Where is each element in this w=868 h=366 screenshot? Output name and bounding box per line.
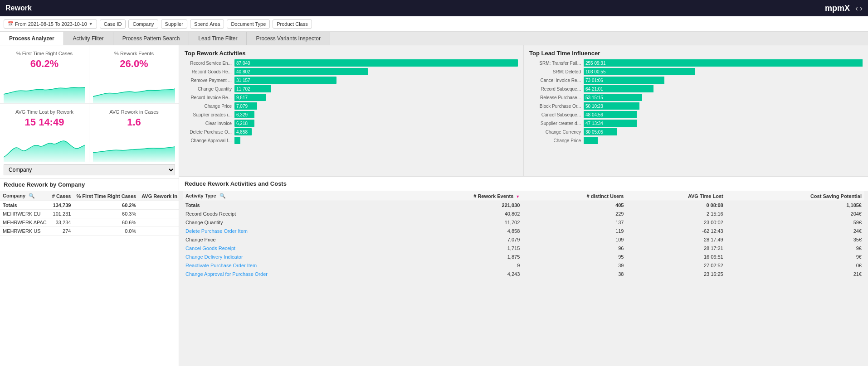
spend-area-filter[interactable]: Spend Area — [190, 19, 224, 29]
activities-totals-row: Totals 221,030 405 0 08:08 1,105€ — [183, 201, 864, 210]
bar-value: 40,802 — [234, 69, 250, 74]
kpi-re-title: % Rework Events — [93, 51, 175, 56]
ftr-sparkline — [4, 72, 85, 103]
document-type-filter[interactable]: Document Type — [227, 19, 270, 29]
kpi-arc-chart — [93, 130, 175, 162]
re-sparkline — [93, 72, 175, 103]
case-id-filter[interactable]: Case ID — [100, 19, 126, 29]
rework-company-title: Reduce Rework by Company — [0, 178, 179, 191]
act-avg-time: 16 06:51 — [626, 253, 726, 261]
bar-container: 11,702 — [234, 85, 518, 92]
company-label: Company — [132, 21, 154, 27]
act-totals-0: Totals — [183, 201, 396, 210]
rework-bar-row: Clear Invoice 6,218 — [185, 120, 518, 127]
act-totals-3: 0 08:08 — [626, 201, 726, 210]
bar-fill: 6,218 — [234, 120, 254, 127]
act-cost-saving: 21€ — [726, 270, 864, 279]
bar-container — [234, 137, 518, 144]
kpi-atl-title: AVG Time Lost by Rework — [4, 109, 85, 115]
lt-value: 47 13:34 — [584, 121, 605, 126]
bar-label: Record Goods Re... — [185, 69, 234, 74]
bar-label: Change Price — [185, 104, 234, 109]
calendar-icon: 📅 — [8, 21, 13, 26]
rework-company-table-section: Reduce Rework by Company Company 🔍 # Cas… — [0, 178, 179, 366]
act-name: Change Delivery Indicator — [183, 253, 396, 261]
date-range-filter[interactable]: 📅 From 2021-08-15 To 2023-10-10 ▼ — [4, 19, 97, 29]
company-search-icon[interactable]: 🔍 — [29, 193, 35, 198]
tab-process-variants-inspector[interactable]: Process Variants Inspector — [247, 32, 330, 45]
arc-sparkline — [93, 130, 175, 162]
product-class-filter[interactable]: Product Class — [273, 19, 312, 29]
lt-bar-container: 64 21:01 — [584, 85, 863, 92]
top-lead-time-title: Top Lead Time Influencer — [529, 50, 863, 57]
rework-bar-row: Change Approval f... — [185, 137, 518, 144]
supplier-filter[interactable]: Supplier — [161, 19, 187, 29]
nav-prev[interactable]: ‹ — [855, 4, 858, 13]
kpi-arc-value: 1.6 — [93, 116, 175, 128]
company-select[interactable]: Company Supplier Spend Area — [4, 164, 175, 175]
rework-company-table: Company 🔍 # Cases % First Time Right Cas… — [0, 191, 179, 236]
right-panels: Top Rework Activities Record Service En.… — [179, 45, 868, 366]
bar-fill: 87,040 — [234, 59, 518, 67]
act-distinct-users: 39 — [522, 261, 626, 270]
act-name: Change Quantity — [183, 218, 396, 227]
bar-container: 7,079 — [234, 102, 518, 110]
rework-bar-row: Record Goods Re... 40,802 — [185, 68, 518, 75]
act-totals-4: 1,105€ — [726, 201, 864, 210]
bar-value: 6,218 — [234, 121, 248, 126]
act-cost-saving: 9€ — [726, 244, 864, 253]
spend-area-label: Spend Area — [194, 21, 220, 27]
act-rework-events: 40,802 — [396, 210, 522, 218]
act-avg-time: 23 00:02 — [626, 218, 726, 227]
nav-next[interactable]: › — [860, 4, 863, 13]
bar-value: 87,040 — [234, 61, 250, 66]
bar-label: Delete Purchase O... — [185, 130, 234, 135]
bar-fill — [234, 137, 240, 144]
lead-time-bar-row: Cancel Subseque... 48 04:56 — [529, 111, 863, 118]
lead-time-bar-row: Change Price — [529, 137, 863, 144]
tab-process-analyzer[interactable]: Process Analyzer — [0, 32, 64, 45]
tab-activity-filter[interactable]: Activity Filter — [64, 32, 113, 45]
rework-bar-row: Supplier creates i... 6,329 — [185, 111, 518, 118]
rework-bar-row: Change Price 7,079 — [185, 102, 518, 110]
lt-value: 64 21:01 — [584, 87, 605, 92]
lt-bar-label: Change Price — [529, 138, 584, 143]
totals-row: Totals 134,739 60.2% 1.6 15 14:49 — [0, 201, 179, 210]
act-name: Cancel Goods Receipt — [183, 244, 396, 253]
kpi-re-chart — [93, 72, 175, 103]
lt-value: 30 05:05 — [584, 130, 605, 135]
col-distinct-users: # distinct Users — [522, 191, 626, 201]
activity-search-icon[interactable]: 🔍 — [219, 193, 226, 198]
lt-bar-container: 53 15:15 — [584, 94, 863, 101]
kpi-atl-value: 15 14:49 — [4, 116, 85, 128]
row-company-1: MEHRWERK APAC — [0, 218, 49, 227]
lead-time-bar-row: Record Subseque... 64 21:01 — [529, 85, 863, 92]
bar-label: Record Service En... — [185, 61, 234, 66]
bar-container: 6,329 — [234, 111, 518, 118]
rework-bar-row: Record Invoice Re... 9,817 — [185, 94, 518, 101]
totals-company: Totals — [0, 201, 49, 210]
act-rework-events: 7,079 — [396, 236, 522, 244]
rework-bar-row: Change Quantity 11,702 — [185, 85, 518, 92]
top-rework-title: Top Rework Activities — [185, 50, 518, 57]
table-row: Change Delivery Indicator 1,875 95 16 06… — [183, 253, 864, 261]
kpi-ftr-value: 60.2% — [4, 58, 85, 70]
act-distinct-users: 109 — [522, 236, 626, 244]
totals-ftr: 60.2% — [73, 201, 139, 210]
company-filter[interactable]: Company — [128, 19, 158, 29]
lt-bar-container: 255 09:31 — [584, 59, 863, 67]
totals-avg-rework: 1.6 — [139, 201, 179, 210]
main-content: % First Time Right Cases 60.2% — [0, 45, 868, 366]
top-bar: Rework mpmX ‹ › — [0, 0, 868, 16]
rework-bar-row: Delete Purchase O... 4,858 — [185, 128, 518, 135]
company-dropdown[interactable]: Company Supplier Spend Area — [0, 162, 179, 178]
row-cases-2: 274 — [49, 227, 74, 236]
lt-bar-fill: 53 15:15 — [584, 94, 642, 101]
app-logo: mpmX — [825, 4, 850, 13]
tab-process-pattern-search[interactable]: Process Pattern Search — [113, 32, 190, 45]
act-avg-time: 2 15:16 — [626, 210, 726, 218]
tab-lead-time-filter[interactable]: Lead Time Filter — [189, 32, 247, 45]
bar-fill: 4,858 — [234, 128, 252, 135]
lt-bar-fill — [584, 137, 598, 144]
lt-value: 48 04:56 — [584, 112, 605, 117]
